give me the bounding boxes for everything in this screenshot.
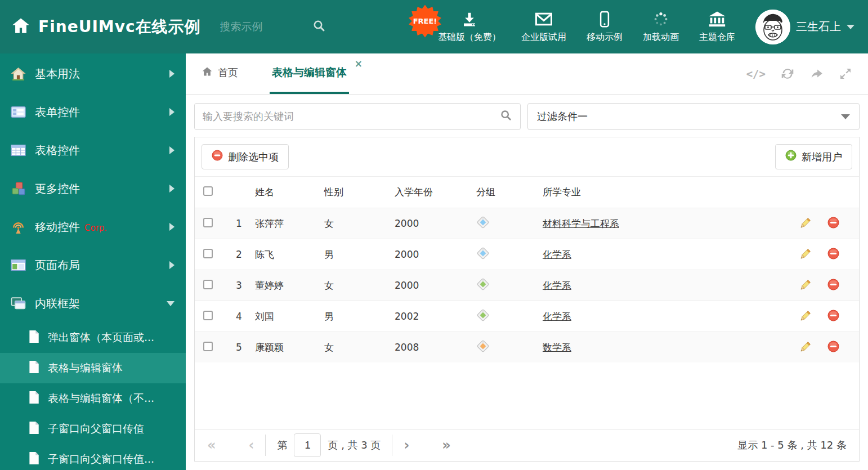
table-row[interactable]: 2 陈飞 男 2000 化学系 <box>195 239 859 270</box>
select-all-checkbox[interactable] <box>203 186 213 196</box>
delete-selected-button[interactable]: 删除选中项 <box>202 144 289 169</box>
delete-row-icon[interactable] <box>827 310 839 323</box>
table-row[interactable]: 4 刘国 男 2002 化学系 <box>195 301 859 332</box>
edit-pencil-icon[interactable] <box>798 217 812 230</box>
tag-icon <box>476 220 490 231</box>
home-icon <box>10 66 26 82</box>
tab-home-label: 首页 <box>218 66 238 79</box>
nav-item-loading-animation[interactable]: 加载动画 <box>643 11 679 43</box>
delete-row-icon[interactable] <box>827 279 839 292</box>
cell-year: 2000 <box>395 218 476 229</box>
edit-pencil-icon[interactable] <box>798 310 812 323</box>
sidebar-item-grid-controls[interactable]: 表格控件 <box>0 131 186 169</box>
sidebar-subitem[interactable]: 子窗口向父窗口传值... <box>0 444 186 470</box>
source-code-icon[interactable]: </> <box>746 68 766 80</box>
delete-row-icon[interactable] <box>827 341 839 354</box>
row-checkbox[interactable] <box>203 218 213 227</box>
sidebar-subitem-label: 子窗口向父窗口传值... <box>48 452 154 467</box>
envelope-icon <box>535 11 553 28</box>
chevron-right-icon <box>169 185 175 193</box>
column-year: 入学年份 <box>395 186 476 199</box>
tab-grid-edit-window[interactable]: 表格与编辑窗体 × <box>270 53 349 94</box>
plus-circle-icon <box>785 150 797 164</box>
row-checkbox[interactable] <box>203 249 213 258</box>
sidebar-item-basic-usage[interactable]: 基本用法 <box>0 55 186 93</box>
delete-selected-label: 删除选中项 <box>228 150 279 164</box>
chevron-right-icon <box>169 261 175 269</box>
next-page-button[interactable]: › <box>404 438 409 452</box>
column-group: 分组 <box>476 186 543 199</box>
pagination-bar: « ‹ 第 页 , 共 3 页 › » 显示 1 - 5 条 , 共 12 条 <box>195 429 859 461</box>
cell-group <box>476 247 543 262</box>
row-checkbox[interactable] <box>203 342 213 351</box>
table-row[interactable]: 3 董婷婷 女 2000 化学系 <box>195 270 859 301</box>
corp-badge: Corp. <box>84 223 107 233</box>
edit-pencil-icon[interactable] <box>798 341 812 354</box>
nav-item-basic-edition[interactable]: FREE! 基础版（免费） <box>438 11 501 43</box>
table-empty-space <box>195 362 859 429</box>
table-row[interactable]: 1 张萍萍 女 2000 材料科学与工程系 <box>195 208 859 239</box>
major-link[interactable]: 化学系 <box>543 311 571 322</box>
table-row[interactable]: 5 康颖颖 女 2008 数学系 <box>195 332 859 362</box>
form-icon <box>10 106 26 118</box>
page-label-prefix: 第 <box>277 438 287 452</box>
tag-icon <box>476 344 490 355</box>
sidebar-item-form-controls[interactable]: 表单控件 <box>0 93 186 131</box>
user-menu[interactable]: 三生石上 <box>755 10 854 44</box>
delete-row-icon[interactable] <box>827 248 839 261</box>
row-checkbox[interactable] <box>203 311 213 320</box>
chevron-right-icon <box>169 70 175 78</box>
major-link[interactable]: 化学系 <box>543 280 571 291</box>
nav-item-enterprise-trial[interactable]: 企业版试用 <box>521 11 566 43</box>
share-icon[interactable] <box>809 66 824 81</box>
row-checkbox[interactable] <box>203 280 213 289</box>
refresh-icon[interactable] <box>780 66 795 81</box>
sidebar-subitem[interactable]: 弹出窗体（本页面或... <box>0 323 186 353</box>
first-page-button[interactable]: « <box>207 438 216 452</box>
search-icon[interactable] <box>312 19 326 35</box>
header-search-input[interactable] <box>220 21 305 33</box>
sidebar-item-more-controls[interactable]: 更多控件 <box>0 169 186 208</box>
sidebar-item-page-layout[interactable]: 页面布局 <box>0 246 186 284</box>
column-gender: 性别 <box>324 186 395 199</box>
sidebar-subitem[interactable]: 表格与编辑窗体 <box>0 353 186 383</box>
tab-home[interactable]: 首页 <box>202 53 238 94</box>
page-number-input[interactable] <box>294 433 321 457</box>
cell-year: 2002 <box>395 311 476 322</box>
filter-dropdown[interactable]: 过滤条件一 <box>527 103 860 130</box>
sidebar-subitem[interactable]: 子窗口向父窗口传值 <box>0 414 186 444</box>
sidebar-subitem[interactable]: 表格与编辑窗体（不... <box>0 383 186 414</box>
nav-item-theme-repo[interactable]: 主题仓库 <box>699 11 735 43</box>
last-page-button[interactable]: » <box>442 438 451 452</box>
sidebar-item-label: 表格控件 <box>35 143 80 158</box>
cell-group <box>476 339 543 355</box>
free-badge: FREE! <box>409 5 441 38</box>
filter-dropdown-value: 过滤条件一 <box>537 110 588 123</box>
pager-divider <box>265 435 266 456</box>
filter-row: 过滤条件一 <box>194 103 860 130</box>
major-link[interactable]: 材料科学与工程系 <box>543 218 619 229</box>
tag-icon <box>476 251 490 262</box>
sidebar-item-label: 基本用法 <box>35 66 80 82</box>
major-link[interactable]: 数学系 <box>543 342 571 353</box>
search-icon[interactable] <box>500 109 512 124</box>
delete-row-icon[interactable] <box>827 217 839 230</box>
keyword-search-input[interactable] <box>203 111 500 123</box>
chevron-right-icon <box>169 108 175 116</box>
cell-gender: 男 <box>324 248 395 261</box>
nav-item-mobile-demo[interactable]: 移动示例 <box>587 11 623 43</box>
expand-icon[interactable] <box>839 67 852 80</box>
tab-actions: </> <box>746 53 852 94</box>
add-user-button[interactable]: 新增用户 <box>775 144 852 169</box>
sidebar-item-mobile-controls[interactable]: 移动控件 Corp. <box>0 208 186 246</box>
sidebar-item-iframe[interactable]: 内联框架 <box>0 284 186 323</box>
cubes-icon <box>10 181 26 196</box>
logo[interactable]: FineUIMvc在线示例 <box>11 16 201 38</box>
edit-pencil-icon[interactable] <box>798 279 812 292</box>
mobile-icon <box>599 11 610 28</box>
edit-pencil-icon[interactable] <box>798 248 812 261</box>
major-link[interactable]: 化学系 <box>543 249 571 260</box>
tag-icon <box>476 313 490 324</box>
prev-page-button[interactable]: ‹ <box>249 438 254 452</box>
close-icon[interactable]: × <box>355 59 363 69</box>
